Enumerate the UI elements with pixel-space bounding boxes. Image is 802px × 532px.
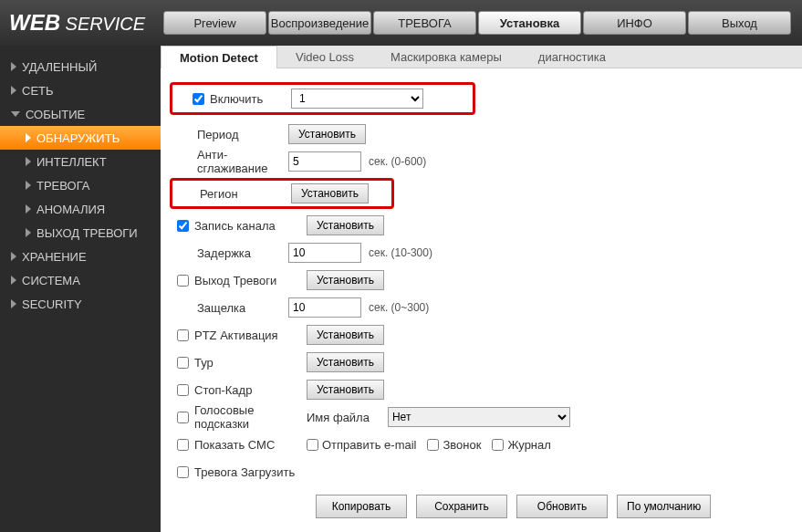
chevron-right-icon xyxy=(26,157,31,166)
delay-label: Задержка xyxy=(170,246,288,260)
copy-button[interactable]: Копировать xyxy=(316,495,407,518)
sub-tabs: Motion Detect Video Loss Маскировка каме… xyxy=(161,46,802,68)
sidebar-item-9[interactable]: СИСТЕМА xyxy=(0,268,161,292)
ptz-checkbox[interactable] xyxy=(177,329,189,341)
upload-checkbox[interactable] xyxy=(177,466,189,478)
channel-select[interactable]: 1 xyxy=(291,89,423,109)
tab-alarm[interactable]: ТРЕВОГА xyxy=(373,11,476,35)
region-label: Регион xyxy=(172,187,291,201)
log-checkbox[interactable] xyxy=(492,439,504,451)
chevron-right-icon xyxy=(11,62,16,71)
default-button[interactable]: По умолчанию xyxy=(617,495,711,518)
sidebar-item-6[interactable]: АНОМАЛИЯ xyxy=(0,197,161,221)
filename-select[interactable]: Нет xyxy=(388,407,570,427)
sidebar-item-7[interactable]: ВЫХОД ТРЕВОГИ xyxy=(0,221,161,245)
snapshot-label: Стоп-Кадр xyxy=(194,383,252,397)
chevron-right-icon xyxy=(11,86,16,95)
sidebar-item-label: SECURITY xyxy=(22,297,82,311)
sidebar-item-3[interactable]: ОБНАРУЖИТЬ xyxy=(0,126,161,150)
ptz-label: PTZ Активация xyxy=(194,329,278,342)
sidebar-item-5[interactable]: ТРЕВОГА xyxy=(0,173,161,197)
latch-input[interactable] xyxy=(288,297,361,318)
sidebar-item-label: АНОМАЛИЯ xyxy=(36,203,105,216)
filename-label: Имя файла xyxy=(307,411,370,424)
sidebar-item-label: СИСТЕМА xyxy=(22,274,80,287)
voice-checkbox[interactable] xyxy=(177,412,189,423)
latch-hint: сек. (0~300) xyxy=(369,301,429,314)
refresh-button[interactable]: Обновить xyxy=(516,495,608,518)
chevron-right-icon xyxy=(26,204,31,214)
sidebar-item-10[interactable]: SECURITY xyxy=(0,292,161,316)
subtab-tamper[interactable]: Маскировка камеры xyxy=(372,46,520,68)
alarmout-set-button[interactable]: Установить xyxy=(307,270,384,290)
snapshot-checkbox[interactable] xyxy=(177,384,189,396)
sidebar-item-label: СОБЫТИЕ xyxy=(26,108,85,121)
tour-checkbox[interactable] xyxy=(177,357,189,369)
top-tabs: Preview Воспроизведение ТРЕВОГА Установк… xyxy=(163,11,791,35)
ptz-set-button[interactable]: Установить xyxy=(307,325,384,345)
enable-label: Включить xyxy=(210,92,263,106)
record-label: Запись канала xyxy=(194,219,276,233)
sidebar-item-label: СЕТЬ xyxy=(22,84,54,98)
chevron-right-icon xyxy=(11,252,16,261)
tour-label: Тур xyxy=(194,356,214,370)
log-label: Журнал xyxy=(507,438,550,452)
tour-set-button[interactable]: Установить xyxy=(307,352,384,372)
save-button[interactable]: Сохранить xyxy=(416,495,507,518)
sidebar-item-label: ИНТЕЛЛЕКТ xyxy=(36,155,107,169)
antidither-label: Анти-сглаживание xyxy=(170,148,288,175)
tab-playback[interactable]: Воспроизведение xyxy=(268,11,371,35)
chevron-right-icon xyxy=(11,276,16,285)
footer-buttons: Копировать Сохранить Обновить По умолчан… xyxy=(170,485,793,518)
showmsg-checkbox[interactable] xyxy=(177,439,189,451)
sidebar-item-label: ВЫХОД ТРЕВОГИ xyxy=(36,226,138,240)
delay-input[interactable] xyxy=(288,243,361,263)
period-label: Период xyxy=(170,128,288,141)
voice-label: Голосовые подсказки xyxy=(194,403,307,431)
antidither-hint: сек. (0-600) xyxy=(369,155,426,168)
tab-logout[interactable]: Выход xyxy=(688,11,791,35)
subtab-videoloss[interactable]: Video Loss xyxy=(277,46,372,68)
email-checkbox[interactable] xyxy=(307,439,318,451)
sidebar-item-label: ОБНАРУЖИТЬ xyxy=(36,131,120,145)
tab-info[interactable]: ИНФО xyxy=(583,11,686,35)
subtab-motion[interactable]: Motion Detect xyxy=(161,46,277,68)
highlight-region: РегионУстановить xyxy=(170,178,394,209)
showmsg-label: Показать СМС xyxy=(194,438,275,452)
alarmout-checkbox[interactable] xyxy=(177,275,189,287)
sidebar-item-label: ТРЕВОГА xyxy=(36,179,89,193)
latch-label: Защелка xyxy=(170,301,288,315)
sidebar-item-2[interactable]: СОБЫТИЕ xyxy=(0,102,161,126)
sidebar-item-8[interactable]: ХРАНЕНИЕ xyxy=(0,245,161,268)
region-set-button[interactable]: Установить xyxy=(291,183,369,203)
email-label: Отправить e-mail xyxy=(322,438,416,452)
tab-preview[interactable]: Preview xyxy=(163,11,266,35)
buzzer-checkbox[interactable] xyxy=(427,439,439,451)
chevron-down-icon xyxy=(11,111,20,117)
form-area: Включить 1 ПериодУстановить Анти-сглажив… xyxy=(161,68,802,532)
enable-checkbox[interactable] xyxy=(193,93,204,105)
tab-setup[interactable]: Установка xyxy=(478,11,581,35)
chevron-right-icon xyxy=(11,299,16,308)
sidebar-item-4[interactable]: ИНТЕЛЛЕКТ xyxy=(0,150,161,173)
upload-label: Тревога Загрузить xyxy=(194,465,295,479)
chevron-right-icon xyxy=(26,133,31,142)
highlight-enable: Включить 1 xyxy=(170,82,475,115)
record-set-button[interactable]: Установить xyxy=(307,215,384,235)
sidebar: УДАЛЕННЫЙСЕТЬСОБЫТИЕОБНАРУЖИТЬИНТЕЛЛЕКТТ… xyxy=(0,46,161,532)
sidebar-item-1[interactable]: СЕТЬ xyxy=(0,78,161,102)
sidebar-item-0[interactable]: УДАЛЕННЫЙ xyxy=(0,55,161,78)
subtab-diag[interactable]: диагностика xyxy=(520,46,624,68)
delay-hint: сек. (10-300) xyxy=(369,246,432,259)
antidither-input[interactable] xyxy=(288,151,361,172)
chevron-right-icon xyxy=(26,181,31,190)
snapshot-set-button[interactable]: Установить xyxy=(307,380,384,400)
record-checkbox[interactable] xyxy=(177,220,189,232)
buzzer-label: Звонок xyxy=(443,438,481,452)
alarmout-label: Выход Тревоги xyxy=(194,274,276,287)
period-set-button[interactable]: Установить xyxy=(288,124,366,144)
chevron-right-icon xyxy=(26,228,31,237)
sidebar-item-label: УДАЛЕННЫЙ xyxy=(22,60,97,74)
logo: WEB SERVICE xyxy=(9,10,145,36)
sidebar-item-label: ХРАНЕНИЕ xyxy=(22,250,87,264)
